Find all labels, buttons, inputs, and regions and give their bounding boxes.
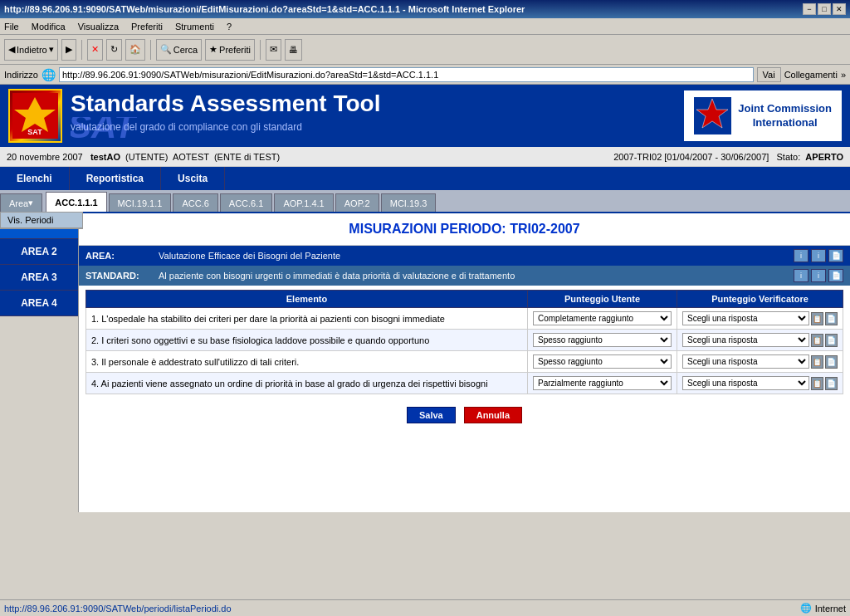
standard-info-icon-3[interactable]: 📄 [828, 269, 843, 282]
standard-icons: i i 📄 [794, 269, 843, 282]
nav-uscita[interactable]: Uscita [161, 167, 225, 190]
toolbar-separator-2 [150, 40, 151, 60]
salva-button[interactable]: Salva [407, 407, 456, 423]
punteggio-verificatore-cell: Scegli una rispostaCompletamente raggiun… [677, 373, 843, 394]
menu-bar: File Modifica Visualizza Preferiti Strum… [0, 18, 850, 35]
punteggio-utente-cell: Scegli una rispostaCompletamente raggiun… [528, 330, 677, 351]
punteggio-utente-select[interactable]: Scegli una rispostaCompletamente raggiun… [533, 333, 672, 347]
punteggio-utente-select[interactable]: Scegli una rispostaCompletamente raggiun… [533, 376, 672, 390]
tab-acc-1-1-1[interactable]: ACC.1.1.1 [46, 192, 106, 212]
row-icon-btn-1[interactable]: 📋 [811, 355, 823, 369]
tab-mci-19-3[interactable]: MCI.19.3 [381, 193, 437, 212]
nav-elenchi[interactable]: Elenchi [0, 167, 70, 190]
period-value: 2007-TRI02 [01/04/2007 - 30/06/2007] [613, 152, 769, 162]
main-content: AREA 1 AREA 2 AREA 3 AREA 4 MISURAZIONI … [0, 213, 850, 512]
standard-info-icon-2[interactable]: i [811, 269, 826, 282]
address-label: Indirizzo [4, 70, 38, 80]
favorites-button[interactable]: ★ Preferiti [205, 39, 255, 61]
standard-info-icon-1[interactable]: i [794, 269, 808, 282]
org-role: (ENTE di TEST) [214, 152, 280, 162]
title-container: Standards Assessment Tool SAT valutazion… [71, 90, 380, 142]
collegamenti-label: Collegamenti [784, 70, 838, 80]
go-button[interactable]: Vai [757, 67, 781, 82]
punteggio-verificatore-cell: Scegli una rispostaCompletamente raggiun… [677, 308, 843, 330]
refresh-icon: ↻ [110, 44, 118, 55]
back-button[interactable]: ◀ Indietro ▾ [4, 39, 58, 61]
menu-modifica[interactable]: Modifica [32, 22, 66, 32]
menu-strumenti[interactable]: Strumenti [175, 22, 214, 32]
stop-button[interactable]: ✕ [87, 39, 103, 61]
refresh-button[interactable]: ↻ [106, 39, 122, 61]
row-icon-btn-2[interactable]: 📄 [825, 334, 838, 347]
elenchi-dropdown-container: Area ▾ Vis. Periodi [0, 193, 44, 212]
tab-aop-2[interactable]: AOP.2 [335, 193, 379, 212]
punteggio-verificatore-select[interactable]: Scegli una rispostaCompletamente raggiun… [682, 354, 809, 369]
nav-reportistica[interactable]: Reportistica [70, 167, 161, 190]
punteggio-utente-cell: Scegli una rispostaCompletamente raggiun… [528, 373, 677, 394]
sidebar: AREA 1 AREA 2 AREA 3 AREA 4 [0, 213, 79, 512]
col-punteggio-verificatore: Punteggio Verificatore [677, 291, 843, 308]
area-info-icon-1[interactable]: i [794, 249, 808, 262]
punteggio-verificatore-select[interactable]: Scegli una rispostaCompletamente raggiun… [682, 376, 809, 390]
jci-logo-area: Joint Commission International [684, 90, 842, 141]
mail-icon: ✉ [270, 44, 277, 55]
logo-box: SAT [8, 89, 62, 143]
table-row: 2. I criteri sono oggettivi e su base fi… [86, 330, 843, 351]
forward-button[interactable]: ▶ [61, 39, 76, 61]
punteggio-utente-select[interactable]: Scegli una rispostaCompletamente raggiun… [533, 311, 672, 325]
vis-periodi-option[interactable]: Vis. Periodi [1, 213, 82, 228]
info-right: 2007-TRI02 [01/04/2007 - 30/06/2007] Sta… [613, 152, 843, 162]
row-icon-btn-2[interactable]: 📄 [825, 377, 838, 390]
sidebar-item-area3[interactable]: AREA 3 [0, 265, 78, 291]
annulla-button[interactable]: Annulla [464, 407, 522, 423]
window-controls: − □ ✕ [803, 3, 846, 15]
menu-visualizza[interactable]: Visualizza [78, 22, 119, 32]
menu-preferiti[interactable]: Preferiti [131, 22, 163, 32]
home-button[interactable]: 🏠 [125, 39, 145, 61]
row-icon-btn-2[interactable]: 📄 [825, 312, 838, 325]
window-title: http://89.96.206.91:9090/SATWeb/misurazi… [4, 4, 525, 14]
star-icon: ★ [209, 44, 217, 55]
status-url: http://89.96.206.91:9090/SATWeb/periodi/… [4, 604, 232, 614]
title-bar: http://89.96.206.91:9090/SATWeb/misurazi… [0, 0, 850, 18]
menu-help[interactable]: ? [227, 22, 232, 32]
row-icon-btn-1[interactable]: 📋 [811, 334, 823, 347]
sidebar-item-area2[interactable]: AREA 2 [0, 239, 78, 265]
header-left: SAT Standards Assessment Tool SAT valuta… [8, 89, 380, 143]
tab-acc-6-1[interactable]: ACC.6.1 [220, 193, 273, 212]
restore-button[interactable]: □ [818, 3, 831, 15]
content-area: MISURAZIONI PERIODO: TRI02-2007 AREA: Va… [79, 213, 850, 512]
punteggio-utente-select[interactable]: Scegli una rispostaCompletamente raggiun… [533, 354, 672, 369]
minimize-button[interactable]: − [803, 3, 816, 15]
nav-bar: Elenchi Reportistica Uscita [0, 167, 850, 190]
sidebar-item-area4[interactable]: AREA 4 [0, 291, 78, 316]
tab-aop-1-4-1[interactable]: AOP.1.4.1 [274, 193, 333, 212]
punteggio-verificatore-select[interactable]: Scegli una rispostaCompletamente raggiun… [682, 311, 809, 325]
elenchi-tab[interactable]: Area ▾ [0, 193, 42, 212]
area-info-icon-3[interactable]: 📄 [828, 249, 843, 262]
tabs-row: Area ▾ Vis. Periodi ACC.1.1.1 MCI.19.1.1… [0, 190, 850, 213]
mail-button[interactable]: ✉ [266, 39, 281, 61]
address-input[interactable] [59, 67, 754, 82]
elemento-cell: 1. L'ospedale ha stabilito dei criteri p… [86, 308, 528, 330]
area-info-icon-2[interactable]: i [811, 249, 826, 262]
info-left: 20 novembre 2007 testAO (UTENTE) AOTEST … [7, 152, 280, 162]
collegamenti-arrow: » [841, 70, 846, 80]
row-icon-btn-2[interactable]: 📄 [825, 355, 838, 369]
app-tagline: valutazione del grado di compliance con … [71, 121, 380, 133]
stop-icon: ✕ [91, 44, 99, 55]
forward-icon: ▶ [66, 44, 72, 55]
col-elemento: Elemento [86, 291, 528, 308]
tab-acc-6[interactable]: ACC.6 [173, 193, 217, 212]
tab-mci-19-1-1[interactable]: MCI.19.1.1 [109, 193, 172, 212]
print-button[interactable]: 🖶 [285, 39, 302, 61]
menu-file[interactable]: File [4, 22, 19, 32]
home-icon: 🏠 [129, 44, 141, 55]
row-icon-btn-1[interactable]: 📋 [811, 312, 823, 325]
action-buttons: Salva Annulla [79, 398, 850, 432]
user-value: testAO [90, 152, 120, 162]
punteggio-verificatore-select[interactable]: Scegli una rispostaCompletamente raggiun… [682, 333, 809, 347]
close-button[interactable]: ✕ [833, 3, 846, 15]
row-icon-btn-1[interactable]: 📋 [811, 377, 823, 390]
search-button[interactable]: 🔍 Cerca [156, 39, 202, 61]
